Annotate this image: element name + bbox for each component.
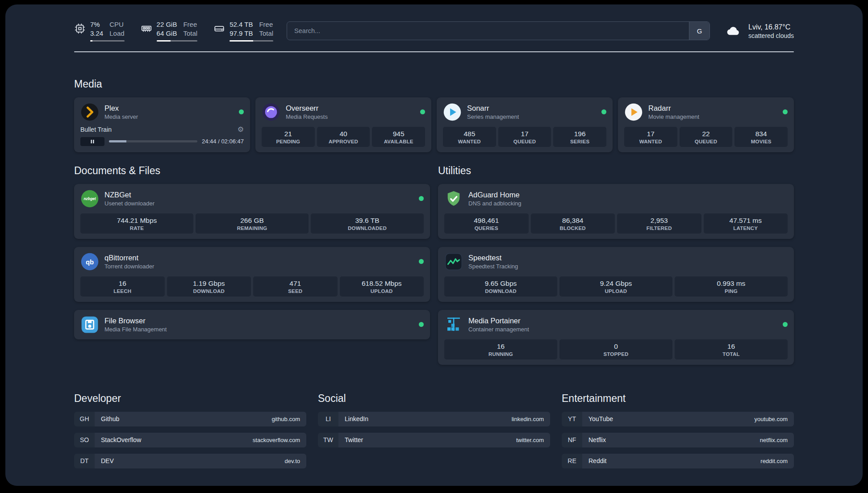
stat-block: 39.6 TB DOWNLOADED [311,213,424,234]
cpu-label-1: CPU [109,21,124,29]
stat-label: WANTED [445,139,494,144]
stat-label: REMAINING [197,226,307,231]
status-dot [419,322,424,327]
stat-label: LEECH [82,288,163,294]
bookmark-name: Netflix [588,436,606,443]
stat-value: 9.65 Gbps [446,280,555,288]
bookmark-name: Twitter [345,436,363,443]
stat-value: 22 [681,130,731,138]
stat-label: MOVIES [736,139,786,144]
search-bar: G [287,21,710,40]
bookmark-stackoverflow[interactable]: SO StackOverflow stackoverflow.com [74,433,306,447]
bookmark-abbr: TW [318,433,338,447]
stat-label: WANTED [626,139,676,144]
gear-icon[interactable]: ⚙ [238,126,244,133]
service-card-sonarr[interactable]: Sonarr Series management 485 WANTED 17 Q… [437,97,613,152]
bookmark-youtube[interactable]: YT YouTube youtube.com [562,412,794,426]
weather-condition: scattered clouds [748,32,794,39]
status-dot [419,196,424,201]
bookmark-github[interactable]: GH Github github.com [74,412,306,426]
stat-block: 86,384 BLOCKED [531,213,615,234]
bookmark-linkedin[interactable]: LI LinkedIn linkedin.com [318,412,550,426]
stat-block: 834 MOVIES [734,127,788,147]
nzbget-icon: nzbget [80,189,99,208]
cpu-usage-value: 7% [90,21,103,29]
bookmark-twitter[interactable]: TW Twitter twitter.com [318,433,550,447]
stat-label: SERIES [555,139,605,144]
stat-block: 0 STOPPED [559,339,672,359]
now-playing-title: Bullet Train [80,126,112,133]
stat-label: UPLOAD [561,288,671,294]
disk-monitor: 52.4 TB Free 97.9 TB Total [213,21,273,42]
service-card-overseerr[interactable]: Overseerr Media Requests 21 PENDING 40 A… [255,97,431,152]
bookmark-abbr: YT [562,412,582,426]
stat-label: STOPPED [561,351,671,357]
stat-block: 744.21 Mbps RATE [80,213,193,234]
search-input[interactable] [287,22,689,40]
memory-usage-bar [157,40,198,42]
bookmark-name: LinkedIn [345,415,368,422]
service-card-adguard[interactable]: AdGuard Home DNS and adblocking 498,461 … [438,184,794,239]
svg-text:qb: qb [86,258,94,265]
stat-value: 618.52 Mbps [342,280,422,288]
resource-monitors: 7% CPU 3.24 Load 22 GiB [74,21,273,42]
radarr-icon [624,103,643,121]
bookmark-domain: netflix.com [760,437,788,443]
service-card-filebrowser[interactable]: File Browser Media File Management [74,310,430,339]
cpu-load-value: 3.24 [90,29,103,38]
stat-block: 9.24 Gbps UPLOAD [559,276,672,297]
stat-label: FILTERED [619,226,700,231]
topbar-divider [74,51,794,52]
service-card-portainer[interactable]: Media Portainer Container management 16 … [438,310,794,365]
svg-text:nzbget: nzbget [83,196,96,201]
stat-value: 9.24 Gbps [561,280,671,288]
stat-value: 16 [82,280,163,288]
bookmark-reddit[interactable]: RE Reddit reddit.com [562,454,794,468]
disk-usage-bar [230,40,273,42]
playback-progress-bar [109,140,197,142]
service-card-qbittorrent[interactable]: qb qBittorrent Torrent downloader 16 [74,247,430,302]
stat-block: 17 WANTED [624,127,677,147]
adguard-shield-icon [444,189,463,208]
stat-value: 266 GB [197,217,307,225]
bookmark-netflix[interactable]: NF Netflix netflix.com [562,433,794,447]
stat-block: 471 SEED [253,276,338,297]
stat-block: 0.993 ms PING [675,276,788,297]
stat-label: BLOCKED [533,226,613,231]
pause-icon [90,139,95,144]
service-card-speedtest[interactable]: Speedtest Speedtest Tracking 9.65 Gbps D… [438,247,794,302]
stat-label: UPLOAD [342,288,422,294]
service-description: Usenet downloader [104,200,154,207]
section-utilities: Utilities AdGuard Home DNS and adblockin… [438,165,794,365]
bookmark-name: Github [101,415,119,422]
section-title-utilities: Utilities [438,165,794,177]
stat-label: APPROVED [319,139,368,144]
service-card-plex[interactable]: Plex Media server Bullet Train ⚙ [74,97,250,152]
stat-label: SEED [255,288,336,294]
stat-value: 471 [255,280,336,288]
filebrowser-icon [80,315,99,334]
service-name: Plex [104,104,138,113]
bookmark-name: Reddit [588,457,606,464]
disk-free-value: 52.4 TB [230,21,253,29]
service-card-radarr[interactable]: Radarr Movie management 17 WANTED 22 QUE… [618,97,794,152]
status-dot [419,259,424,264]
stat-label: RATE [82,226,192,231]
service-card-nzbget[interactable]: nzbget NZBGet Usenet downloader 744.21 M… [74,184,430,239]
stat-value: 196 [555,130,605,138]
bookmark-domain: twitter.com [516,437,544,443]
stat-value: 0 [561,343,671,351]
status-dot [783,109,788,114]
section-documents: Documents & Files nzbget NZBGet Usenet d… [74,165,430,365]
service-description: DNS and adblocking [468,200,522,207]
cpu-label-2: Load [109,29,124,38]
pause-button[interactable] [80,137,104,146]
stat-block: 618.52 Mbps UPLOAD [340,276,424,297]
bookmark-dev[interactable]: DT DEV dev.to [74,454,306,468]
section-title-documents: Documents & Files [74,165,430,177]
search-provider-button[interactable]: G [689,22,709,40]
bookmark-group-developer: Developer GH Github github.com SO StackO… [74,393,306,468]
stat-value: 0.993 ms [676,280,786,288]
cloud-icon [723,23,743,38]
stat-value: 744.21 Mbps [82,217,192,225]
